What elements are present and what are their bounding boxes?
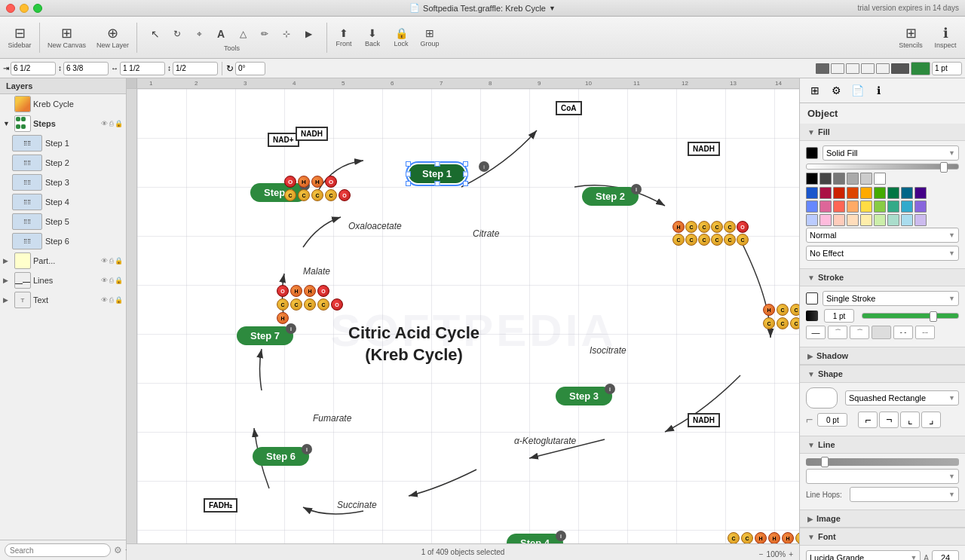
color-lime[interactable] [874, 200, 886, 213]
color-black[interactable] [806, 173, 818, 185]
color-palblue[interactable] [806, 214, 818, 226]
corner-btn-1[interactable]: ⌐ [858, 412, 878, 428]
color-mint[interactable] [887, 200, 899, 213]
line-style-1[interactable] [831, 63, 844, 74]
corner-btn-2[interactable]: ¬ [879, 412, 899, 428]
lines-lock-icon[interactable]: 🔒 [115, 277, 123, 284]
opacity-slider[interactable] [806, 164, 959, 170]
step-3-item[interactable]: ⣿⣿ Step 3 [0, 173, 126, 192]
part-lock-icon[interactable]: 🔒 [115, 257, 123, 265]
color-palpink[interactable] [819, 214, 832, 226]
text-lock-icon[interactable]: 🔒 [115, 296, 123, 304]
color-lighter[interactable] [860, 173, 872, 185]
step-3-label[interactable]: Step 3 i [556, 387, 612, 405]
fill-type-dropdown[interactable]: Solid Fill ▼ [823, 145, 959, 161]
stroke-style-6[interactable]: ··· [915, 326, 935, 339]
corner-btn-4[interactable]: ⌟ [921, 412, 941, 428]
line-style-2[interactable] [846, 63, 859, 74]
handle-bl[interactable] [406, 181, 411, 186]
window-controls[interactable] [6, 4, 42, 13]
print-icon[interactable]: ⎙ [109, 120, 113, 127]
new-canvas-button[interactable]: ⊞ New Canvas [43, 23, 90, 52]
part-print-icon[interactable]: ⎙ [109, 257, 113, 265]
color-mid[interactable] [833, 173, 845, 185]
info-icon[interactable]: ℹ [869, 81, 887, 99]
lasso-tool[interactable]: ⌖ [188, 23, 210, 44]
step-2-label[interactable]: Step 2 i [582, 187, 639, 206]
color-darkred[interactable] [819, 187, 832, 199]
stroke-color-swatch[interactable] [806, 292, 818, 304]
color-pink[interactable] [819, 200, 832, 213]
lock-button[interactable]: 🔒 Lock [388, 25, 415, 50]
color-lavender[interactable] [914, 200, 927, 213]
color-dark[interactable] [819, 173, 832, 185]
lines-eye-icon[interactable]: 👁 [101, 277, 108, 284]
color-salmon[interactable] [833, 200, 845, 213]
color-yellow[interactable] [860, 187, 872, 199]
y-input[interactable] [63, 62, 109, 75]
text-eye-icon[interactable]: 👁 [101, 296, 108, 304]
text-print-icon[interactable]: ⎙ [109, 296, 113, 304]
line-header[interactable]: ▼ Line [800, 436, 965, 454]
close-button[interactable] [6, 4, 15, 13]
dash-btn[interactable] [816, 63, 829, 74]
handle-br[interactable] [463, 181, 468, 186]
line-slider1[interactable] [806, 458, 959, 466]
color-darkgreen[interactable] [887, 187, 899, 199]
angle-field[interactable]: ↻ [226, 62, 265, 75]
blend-mode-dropdown[interactable]: Normal ▼ [806, 228, 959, 243]
step-4-item[interactable]: ⣿⣿ Step 4 [0, 192, 126, 212]
layer-text[interactable]: ▶ T Text 👁 ⎙ 🔒 [0, 290, 126, 310]
corner-btn-3[interactable]: ⌞ [900, 412, 920, 428]
zoom-out-icon[interactable]: − [759, 550, 764, 558]
color-light[interactable] [847, 173, 859, 185]
stroke-width[interactable] [891, 63, 909, 74]
color-palgreen[interactable] [874, 214, 886, 226]
stroke-slider-thumb[interactable] [930, 311, 937, 322]
line-hops-value[interactable]: ▼ [850, 487, 959, 502]
color-red[interactable] [833, 187, 845, 199]
font-size-input[interactable] [932, 550, 959, 560]
doc-icon[interactable]: 📄 [848, 81, 866, 99]
color-palorange[interactable] [833, 214, 845, 226]
color-purple[interactable] [914, 187, 927, 199]
fill-color-swatch[interactable] [806, 147, 818, 159]
step-1-item[interactable]: ⣿⣿ Step 1 [0, 133, 126, 153]
sidebar-toggle[interactable]: ⊟ Sidebar [3, 23, 36, 52]
maximize-button[interactable] [33, 4, 42, 13]
stroke-style-4[interactable] [872, 326, 891, 339]
shape-header[interactable]: ▼ Shape [800, 366, 965, 383]
color-green[interactable] [874, 187, 886, 199]
x-input[interactable] [11, 62, 56, 75]
inspect-button[interactable]: ℹ Inspect [929, 23, 962, 52]
stroke-style-1[interactable]: — [806, 326, 826, 339]
more-tools[interactable]: ▶ [298, 23, 319, 44]
text-expand[interactable]: ▶ [3, 296, 12, 304]
line-thumb1[interactable] [821, 457, 829, 467]
grid-view-icon[interactable]: ⊞ [806, 81, 824, 99]
settings-icon[interactable]: ⚙ [114, 545, 122, 555]
shape-type-dropdown[interactable]: Squashed Rectangle ▼ [845, 390, 959, 405]
shape-preview[interactable] [806, 387, 838, 409]
stroke-color-slider[interactable] [862, 313, 959, 319]
color-teal[interactable] [901, 187, 913, 199]
color-lightblue[interactable] [806, 200, 818, 213]
stroke-style-3[interactable]: ⌒ [850, 326, 869, 339]
layer-part[interactable]: ▶ Part... 👁 ⎙ 🔒 [0, 251, 126, 271]
opacity-thumb[interactable] [940, 162, 948, 173]
line-tool[interactable]: ⊹ [276, 23, 297, 44]
pen-tool[interactable]: ✏ [254, 23, 275, 44]
color-orange[interactable] [847, 187, 859, 199]
front-button[interactable]: ⬆ Front [330, 25, 357, 50]
part-eye-icon[interactable]: 👁 [101, 257, 108, 265]
color-peach[interactable] [847, 200, 859, 213]
image-header[interactable]: ▶ Image [800, 510, 965, 528]
color-palyellow[interactable] [860, 214, 872, 226]
w-field[interactable]: ↔ [111, 62, 165, 75]
search-bar[interactable]: ⚙ + [0, 540, 126, 560]
shadow-header[interactable]: ▶ Shadow [800, 347, 965, 365]
handle-tm[interactable] [434, 161, 440, 167]
eye-icon[interactable]: 👁 [101, 120, 108, 127]
shape-tool[interactable]: △ [232, 23, 253, 44]
lines-print-icon[interactable]: ⎙ [109, 277, 113, 284]
